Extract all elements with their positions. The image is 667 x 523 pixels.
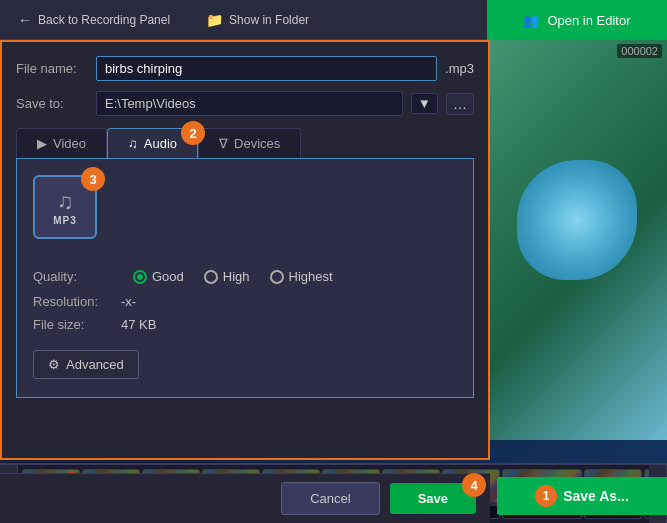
format-label: MP3	[53, 215, 77, 226]
resolution-row: Resolution: -x-	[33, 294, 457, 309]
tab-devices-label: Devices	[234, 136, 280, 151]
filename-label: File name:	[16, 61, 88, 76]
top-toolbar: ← Back to Recording Panel 📁 Show in Fold…	[0, 0, 490, 40]
advanced-label: Advanced	[66, 357, 124, 372]
audio-tab-content: ♫ MP3 3 Quality: Good High Highest	[16, 158, 474, 398]
save-as-button[interactable]: 1 Save As...	[497, 477, 667, 515]
format-tabs: ▶ Video ♫ Audio 2 ∇ Devices	[16, 128, 474, 158]
badge-4: 4	[462, 473, 486, 497]
show-folder-label: Show in Folder	[229, 13, 309, 27]
back-button[interactable]: ← Back to Recording Panel	[10, 8, 178, 32]
badge-2: 2	[181, 121, 205, 145]
filesize-label: File size:	[33, 317, 113, 332]
folder-icon: 📁	[206, 12, 223, 28]
dialog-footer: Cancel Save 4	[0, 473, 490, 523]
save-as-label: Save As...	[563, 488, 629, 504]
filesize-value: 47 KB	[121, 317, 156, 332]
tab-audio[interactable]: ♫ Audio 2	[107, 128, 198, 158]
back-label: Back to Recording Panel	[38, 13, 170, 27]
filename-row: File name: .mp3	[16, 56, 474, 81]
people-icon: 👥	[523, 13, 539, 28]
saveto-input[interactable]	[96, 91, 403, 116]
tab-video[interactable]: ▶ Video	[16, 128, 107, 158]
saveto-row: Save to: ▼ …	[16, 91, 474, 116]
quality-radio-group: Good High Highest	[133, 269, 333, 284]
cancel-button[interactable]: Cancel	[281, 482, 379, 515]
quality-good-label: Good	[152, 269, 184, 284]
gear-icon: ⚙	[48, 357, 60, 372]
quality-row: Quality: Good High Highest	[33, 269, 457, 284]
radio-good-circle	[133, 270, 147, 284]
tab-devices[interactable]: ∇ Devices	[198, 128, 301, 158]
open-editor-label: Open in Editor	[547, 13, 630, 28]
quality-highest[interactable]: Highest	[270, 269, 333, 284]
radio-highest-circle	[270, 270, 284, 284]
open-editor-button[interactable]: 👥 Open in Editor	[487, 0, 667, 40]
save-dialog: File name: .mp3 Save to: ▼ … ▶ Video ♫ A…	[0, 40, 490, 460]
saveto-more-button[interactable]: …	[446, 93, 474, 115]
quality-high[interactable]: High	[204, 269, 250, 284]
note-icon: ♫	[57, 189, 74, 215]
file-extension: .mp3	[445, 61, 474, 76]
quality-good[interactable]: Good	[133, 269, 184, 284]
saveto-label: Save to:	[16, 96, 88, 111]
badge-3: 3	[81, 167, 105, 191]
quality-high-label: High	[223, 269, 250, 284]
video-icon: ▶	[37, 136, 47, 151]
radio-high-circle	[204, 270, 218, 284]
saveto-dropdown-button[interactable]: ▼	[411, 93, 438, 114]
timestamp: 000002	[617, 44, 662, 58]
badge-1: 1	[535, 485, 557, 507]
back-arrow-icon: ←	[18, 12, 32, 28]
filename-input[interactable]	[96, 56, 437, 81]
tab-video-label: Video	[53, 136, 86, 151]
resolution-value: -x-	[121, 294, 136, 309]
quality-label: Quality:	[33, 269, 113, 284]
device-icon: ∇	[219, 136, 228, 151]
resolution-label: Resolution:	[33, 294, 113, 309]
tab-audio-label: Audio	[144, 136, 177, 151]
quality-highest-label: Highest	[289, 269, 333, 284]
filesize-row: File size: 47 KB	[33, 317, 457, 332]
music-icon: ♫	[128, 136, 138, 151]
preview-area	[487, 0, 667, 440]
show-folder-button[interactable]: 📁 Show in Folder	[198, 8, 317, 32]
advanced-button[interactable]: ⚙ Advanced	[33, 350, 139, 379]
